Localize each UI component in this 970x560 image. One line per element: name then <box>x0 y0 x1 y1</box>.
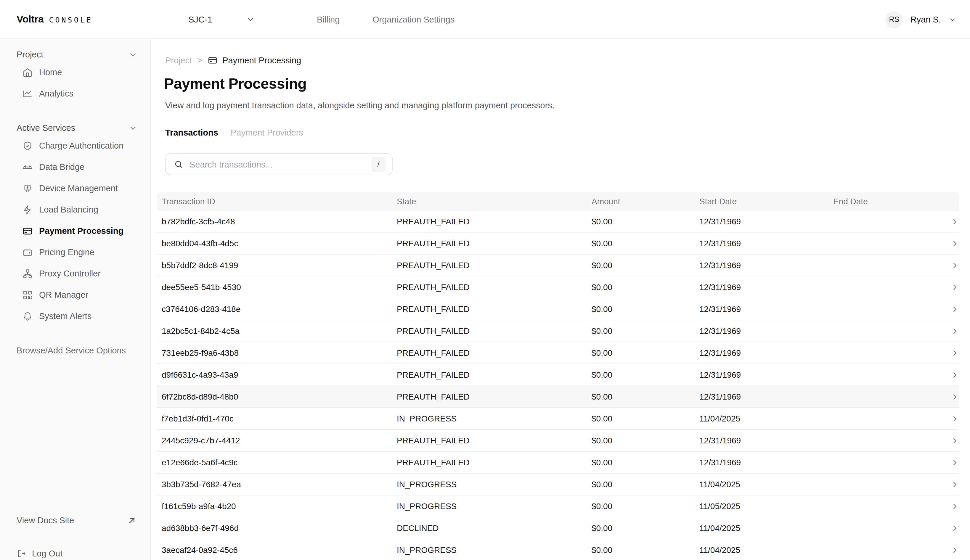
table-row[interactable]: 1a2bc5c1-84b2-4c5aPREAUTH_FAILED$0.0012/… <box>157 320 959 342</box>
table-row[interactable]: 3b3b735d-7682-47eaIN_PROGRESS$0.0011/04/… <box>157 473 959 495</box>
cell-amount: $0.00 <box>592 217 700 226</box>
chevron-right-icon <box>943 414 959 423</box>
sidebar-item-device-management[interactable]: Device Management <box>0 178 150 199</box>
cell-start-date: 11/04/2025 <box>700 523 833 533</box>
table-row[interactable]: b5b7ddf2-8dc8-4199PREAUTH_FAILED$0.0012/… <box>157 255 959 277</box>
search-input[interactable] <box>190 160 371 169</box>
cell-amount: $0.00 <box>592 414 700 423</box>
table-row[interactable]: 2445c929-c7b7-4412PREAUTH_FAILED$0.0012/… <box>157 430 959 452</box>
cell-transaction-id: 1a2bc5c1-84b2-4c5a <box>157 326 397 336</box>
cell-transaction-id: b5b7ddf2-8dc8-4199 <box>157 260 397 270</box>
sidebar-section-active-services[interactable]: Active Services <box>0 121 150 135</box>
cell-amount: $0.00 <box>592 304 700 314</box>
cell-state: PREAUTH_FAILED <box>397 436 592 445</box>
cell-start-date: 12/31/1969 <box>700 260 833 270</box>
sidebar-item-data-bridge[interactable]: Data Bridge <box>0 156 150 178</box>
chevron-right-icon <box>943 283 959 292</box>
user-name: Ryan S. <box>910 15 941 24</box>
sidebar-item-pricing-engine[interactable]: Pricing Engine <box>0 242 150 263</box>
sidebar-item-qr-manager[interactable]: QR Manager <box>0 284 150 305</box>
cell-amount: $0.00 <box>592 480 700 489</box>
sidebar-logout-label: Log Out <box>32 549 62 558</box>
column-header-amount: Amount <box>592 197 700 206</box>
sidebar-section-active-services-label: Active Services <box>17 123 75 133</box>
table-row[interactable]: e12e66de-5a6f-4c9cPREAUTH_FAILED$0.0012/… <box>157 452 959 473</box>
sidebar-view-docs-link[interactable]: View Docs Site <box>0 510 150 531</box>
wallet-icon <box>22 247 33 257</box>
cell-state: PREAUTH_FAILED <box>397 370 592 380</box>
cell-amount: $0.00 <box>592 392 700 402</box>
table-row[interactable]: b782bdfc-3cf5-4c48PREAUTH_FAILED$0.0012/… <box>157 211 959 233</box>
sidebar-item-load-balancing[interactable]: Load Balancing <box>0 199 150 220</box>
bell-icon <box>22 311 33 321</box>
table-row[interactable]: d9f6631c-4a93-43a9PREAUTH_FAILED$0.0012/… <box>157 364 959 386</box>
tab-transactions[interactable]: Transactions <box>165 128 218 137</box>
region-selector[interactable]: SJC-1 <box>188 0 255 39</box>
cell-amount: $0.00 <box>592 545 700 555</box>
cell-transaction-id: 731eeb25-f9a6-43b8 <box>157 348 397 358</box>
cell-start-date: 12/31/1969 <box>700 326 833 336</box>
column-header-state: State <box>397 197 592 206</box>
column-header-end-date: End Date <box>833 197 943 206</box>
page-subtitle: View and log payment transaction data, a… <box>165 101 554 110</box>
user-menu[interactable]: RS Ryan S. <box>886 0 970 39</box>
sidebar-logout-button[interactable]: Log Out <box>17 543 62 560</box>
sidebar-browse-add-services[interactable]: Browse/Add Service Options <box>0 340 150 361</box>
table-row[interactable]: 731eeb25-f9a6-43b8PREAUTH_FAILED$0.0012/… <box>157 342 959 364</box>
sidebar-item-home[interactable]: Home <box>0 62 150 83</box>
nav-organization-settings[interactable]: Organization Settings <box>372 0 454 39</box>
qr-code-icon <box>22 290 33 300</box>
cell-transaction-id: 6f72bc8d-d89d-48b0 <box>157 392 397 402</box>
table-row[interactable]: f7eb1d3f-0fd1-470cIN_PROGRESS$0.0011/04/… <box>157 408 959 430</box>
table-row[interactable]: be80dd04-43fb-4d5cPREAUTH_FAILED$0.0012/… <box>157 233 959 255</box>
cell-state: PREAUTH_FAILED <box>397 304 592 314</box>
cell-amount: $0.00 <box>592 458 700 467</box>
sidebar-item-analytics[interactable]: Analytics <box>0 83 150 104</box>
sidebar-section-project[interactable]: Project <box>0 47 150 62</box>
table-row[interactable]: 6f72bc8d-d89d-48b0PREAUTH_FAILED$0.0012/… <box>157 386 959 408</box>
cell-state: IN_PROGRESS <box>397 480 592 489</box>
cell-amount: $0.00 <box>592 523 700 533</box>
line-chart-icon <box>22 88 33 98</box>
external-link-icon <box>127 516 136 525</box>
table-row[interactable]: c3764106-d283-418ePREAUTH_FAILED$0.0012/… <box>157 298 959 320</box>
table-row[interactable]: ad638bb3-6e7f-496dDECLINED$0.0011/04/202… <box>157 517 959 539</box>
zap-icon <box>22 205 33 215</box>
cell-state: IN_PROGRESS <box>397 414 592 423</box>
breadcrumb-project[interactable]: Project <box>165 56 192 65</box>
cell-amount: $0.00 <box>592 282 700 292</box>
cell-amount: $0.00 <box>592 370 700 380</box>
cell-transaction-id: e12e66de-5a6f-4c9c <box>157 458 397 467</box>
search-box[interactable]: / <box>165 153 392 175</box>
sidebar-item-payment-processing[interactable]: Payment Processing <box>0 220 150 242</box>
cell-state: PREAUTH_FAILED <box>397 348 592 358</box>
chevron-right-icon <box>943 348 959 357</box>
sidebar-section-project-label: Project <box>17 50 43 59</box>
breadcrumb-current: Payment Processing <box>222 56 301 65</box>
chevron-right-icon <box>943 327 959 335</box>
cell-state: PREAUTH_FAILED <box>397 326 592 336</box>
table-row[interactable]: f161c59b-a9fa-4b20IN_PROGRESS$0.0011/05/… <box>157 495 959 517</box>
sidebar-item-label: Home <box>39 67 62 77</box>
table-row[interactable]: dee55ee5-541b-4530PREAUTH_FAILED$0.0012/… <box>157 277 959 298</box>
column-header-transaction-id: Transaction ID <box>157 197 397 206</box>
sidebar-item-charge-authentication[interactable]: Charge Authentication <box>0 135 150 156</box>
table-row[interactable]: 3aecaf24-0a92-45c6IN_PROGRESS$0.0011/04/… <box>157 539 959 560</box>
sidebar-item-label: Load Balancing <box>39 205 98 214</box>
tab-bar: Transactions Payment Providers <box>165 127 303 138</box>
sidebar-item-system-alerts[interactable]: System Alerts <box>0 305 150 327</box>
chevron-right-icon <box>943 458 959 467</box>
nav-billing[interactable]: Billing <box>317 0 340 39</box>
cell-transaction-id: b782bdfc-3cf5-4c48 <box>157 217 397 226</box>
tab-payment-providers[interactable]: Payment Providers <box>230 128 303 137</box>
cell-transaction-id: d9f6631c-4a93-43a9 <box>157 370 397 380</box>
cell-state: PREAUTH_FAILED <box>397 217 592 226</box>
sidebar-item-proxy-controller[interactable]: Proxy Controller <box>0 263 150 284</box>
cell-start-date: 11/04/2025 <box>700 480 833 489</box>
chevron-right-icon <box>943 392 959 401</box>
cell-transaction-id: 2445c929-c7b7-4412 <box>157 436 397 445</box>
brand-logo: Voltra CONSOLE <box>17 0 93 39</box>
cell-state: IN_PROGRESS <box>397 545 592 555</box>
chevron-right-icon <box>943 261 959 270</box>
column-header-start-date: Start Date <box>700 197 833 206</box>
